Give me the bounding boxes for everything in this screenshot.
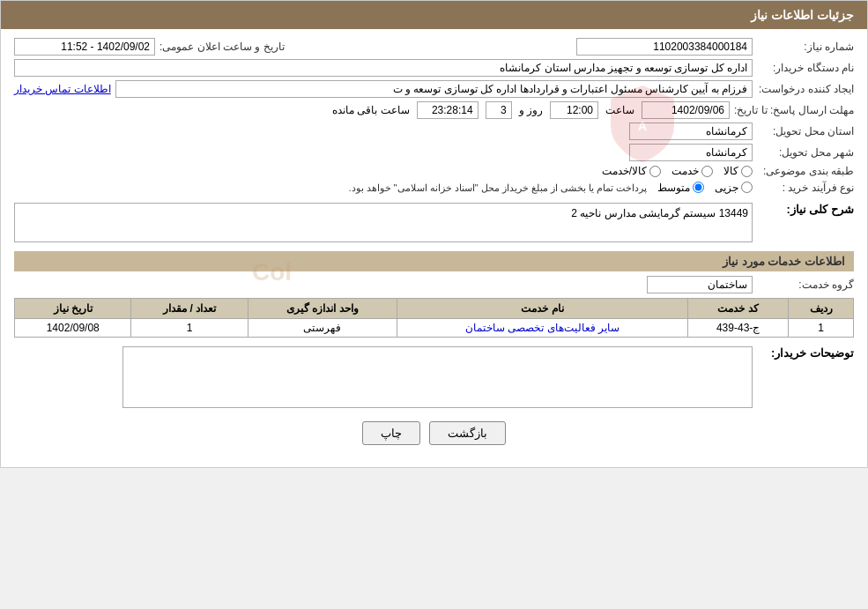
cell-tarikh: 1402/09/08 [15, 319, 131, 338]
cell-nam: سایر فعالیت‌های تخصصی ساختمان [397, 319, 688, 338]
col-kod: کد خدمت [688, 299, 789, 319]
tarikh-value: 1402/09/06 [642, 101, 730, 119]
mohlat-label: مهلت ارسال پاسخ: تا تاریخ: [734, 104, 854, 116]
motavasset-option[interactable]: متوسط [657, 182, 704, 194]
motavasset-label: متوسط [657, 182, 690, 194]
saat-label: ساعت [605, 104, 634, 116]
table-row: 1 ج-43-439 سایر فعالیت‌های تخصصی ساختمان… [15, 319, 854, 338]
baqi-mande-label: ساعت باقی مانده [332, 104, 410, 116]
tawzih-box [122, 346, 753, 408]
cell-radif: 1 [789, 319, 854, 338]
tarikh-aalan-label: تاریخ و ساعت اعلان عمومی: [160, 41, 285, 53]
khadamat-section-title: اطلاعات خدمات مورد نیاز [14, 251, 854, 271]
khedmat-label: خدمت [671, 165, 699, 177]
button-row: بازگشت چاپ [14, 408, 854, 458]
cell-kod: ج-43-439 [688, 319, 789, 338]
print-button[interactable]: چاپ [362, 421, 420, 445]
shahr-label: شهر محل تحویل: [757, 146, 854, 159]
shomara-niaz-value: 1102003384000184 [576, 38, 753, 56]
ostan-value: کرمانشاه [629, 123, 753, 140]
gorohe-khedmat-value: ساختمان [647, 276, 753, 293]
cell-tedad: 1 [131, 319, 248, 338]
kala-option[interactable]: کالا [723, 165, 753, 177]
khedmat-option[interactable]: خدمت [671, 165, 713, 177]
shahr-value: کرمانشاه [629, 144, 753, 161]
tarikh-aalan-value: 1402/09/02 - 11:52 [14, 38, 155, 56]
page-header: جزئیات اطلاعات نیاز [1, 1, 867, 29]
tabaqe-label: طبقه بندی موضوعی: [757, 165, 854, 177]
jazyi-label: جزیی [715, 182, 738, 194]
shomara-niaz-label: شماره نیاز: [757, 41, 854, 53]
nav-label: نوع فرآیند خرید : [757, 182, 854, 194]
sharh-title: شرح کلی نیاز: [757, 203, 854, 216]
col-nam: نام خدمت [397, 299, 688, 319]
services-table: ردیف کد خدمت نام خدمت واحد اندازه گیری ت… [14, 298, 854, 338]
kala-khedmat-option[interactable]: کالا/خدمت [602, 165, 661, 177]
back-button[interactable]: بازگشت [429, 421, 506, 445]
col-vahed: واحد اندازه گیری [248, 299, 397, 319]
page-title: جزئیات اطلاعات نیاز [751, 8, 854, 22]
nam-dastgah-value: اداره کل توسازی توسعه و تجهیز مدارس استا… [14, 59, 753, 77]
gorohe-khedmat-label: گروه خدمت: [757, 279, 854, 291]
kala-label: کالا [723, 165, 738, 177]
tawzih-label: توضیحات خریدار: [757, 346, 854, 360]
col-tedad: تعداد / مقدار [131, 299, 248, 319]
notice-text: پرداخت تمام یا بخشی از مبلغ خریداز محل "… [348, 182, 647, 194]
saat-value: 12:00 [550, 101, 598, 119]
col-tarikh: تاریخ نیاز [15, 299, 131, 319]
roz-value: 3 [486, 101, 512, 119]
tamas-khardar-link[interactable]: اطلاعات تماس خریدار [14, 83, 111, 95]
ijad-konande-label: ایجاد کننده درخواست: [757, 83, 854, 95]
roz-label: روز و [519, 104, 543, 116]
sharh-value: 13449 سیستم گرمایشی مدارس ناحیه 2 [14, 203, 753, 242]
jazyi-option[interactable]: جزیی [715, 182, 753, 194]
baqi-mande-value: 23:28:14 [417, 101, 479, 119]
ijad-konande-value: فرزام به آیین کارشناس مسئول اعتبارات و ق… [115, 80, 753, 98]
kala-khedmat-label: کالا/خدمت [602, 165, 647, 177]
cell-vahed: فهرستی [248, 319, 397, 338]
nam-dastgah-label: نام دستگاه خریدار: [757, 62, 854, 74]
col-radif: ردیف [789, 299, 854, 319]
ostan-label: استان محل تحویل: [757, 125, 854, 137]
